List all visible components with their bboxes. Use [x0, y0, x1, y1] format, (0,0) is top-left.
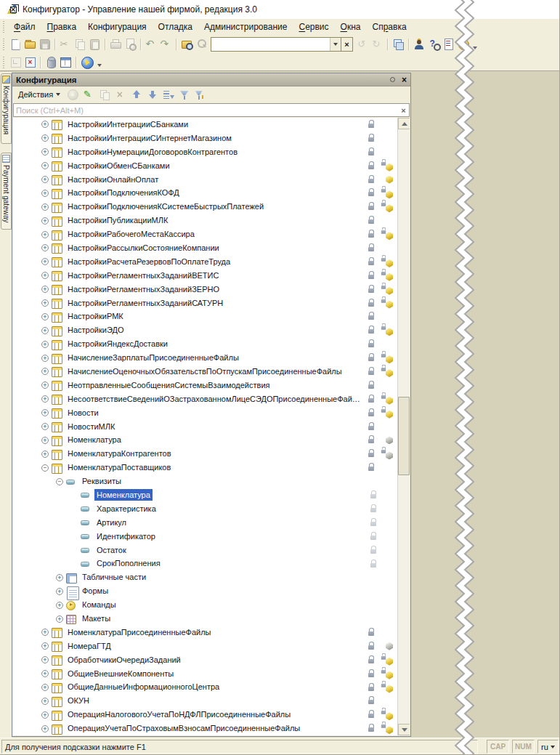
tree-item[interactable]: НастройкиРассылкиСостояниеКомпании	[13, 241, 397, 255]
menu-item[interactable]: Правка	[41, 20, 83, 33]
tree-item[interactable]: НастройкиПубликацииМЛК	[13, 214, 397, 227]
update-db-config-icon[interactable]	[45, 55, 57, 70]
expand-toggle-icon[interactable]	[41, 134, 49, 142]
tree-item[interactable]: НоменклатураПоставщиков	[13, 461, 397, 475]
expand-toggle-icon[interactable]	[41, 203, 49, 211]
expand-toggle-icon[interactable]	[41, 230, 49, 239]
close-config-icon[interactable]	[24, 55, 36, 70]
tree-item[interactable]: НастройкиЯндексДоставки	[13, 337, 397, 351]
expand-toggle-icon[interactable]	[41, 711, 49, 719]
expand-toggle-icon[interactable]	[41, 120, 49, 129]
expand-toggle-icon[interactable]	[41, 683, 49, 692]
expand-toggle-icon[interactable]	[55, 587, 64, 596]
edit-icon[interactable]	[82, 88, 96, 102]
expand-toggle-icon[interactable]	[41, 408, 49, 417]
panel-close-icon[interactable]	[402, 76, 407, 84]
menu-item[interactable]: Справка	[366, 20, 412, 33]
tree-item[interactable]: НастройкиИнтеграцииСБанками	[13, 118, 397, 132]
tree-item[interactable]: НастройкиРМК	[13, 310, 397, 323]
expand-toggle-icon[interactable]	[41, 271, 49, 280]
menu-item[interactable]: Окна	[335, 20, 367, 33]
tree-item[interactable]: НастройкиОнлайнОплат	[13, 173, 397, 187]
clone-icon[interactable]	[98, 88, 112, 102]
tree-item[interactable]: СрокПополнения	[13, 557, 397, 571]
close-button[interactable]	[0, 0, 26, 19]
tree-item[interactable]: Новости	[13, 406, 397, 420]
expand-toggle-icon[interactable]	[41, 243, 49, 252]
tree-item[interactable]: НастройкиОбменСБанками	[13, 159, 397, 173]
expand-toggle-icon[interactable]	[41, 395, 49, 403]
expand-toggle-icon[interactable]	[41, 148, 49, 156]
expand-toggle-icon[interactable]	[41, 257, 49, 266]
menu-item[interactable]: Администрирование	[198, 20, 293, 33]
expand-toggle-icon[interactable]	[41, 326, 49, 335]
tree-item[interactable]: НастройкиРегламентныхЗаданийЗЕРНО	[13, 283, 397, 296]
expand-toggle-icon[interactable]	[41, 642, 49, 650]
copy-icon[interactable]	[74, 37, 86, 52]
config-table-icon[interactable]	[60, 55, 72, 70]
menu-item[interactable]: Отладка	[153, 20, 198, 33]
syntax-helper-icon[interactable]	[413, 37, 426, 52]
open-folder-icon[interactable]	[24, 37, 36, 52]
menu-item[interactable]: Сервис	[293, 20, 334, 33]
expand-toggle-icon[interactable]	[41, 312, 49, 321]
cut-icon[interactable]	[60, 37, 72, 52]
expand-toggle-icon[interactable]	[41, 436, 49, 445]
tree-item[interactable]: НастройкиПодключенияКСистемеБыстрыхПлате…	[13, 200, 397, 214]
expand-toggle-icon[interactable]	[41, 464, 49, 472]
add-icon[interactable]	[66, 88, 80, 102]
actions-menu-button[interactable]: Действия	[15, 89, 65, 100]
redo-icon[interactable]	[160, 37, 172, 52]
search-clear-icon[interactable]	[398, 106, 409, 115]
tree-item[interactable]: НовостиМЛК	[13, 420, 397, 434]
expand-toggle-icon[interactable]	[41, 655, 49, 664]
tree-item[interactable]: НачислениеОценочныхОбязательствПоОтпуска…	[13, 365, 397, 379]
combobox-clear-icon[interactable]	[341, 38, 352, 51]
expand-toggle-icon[interactable]	[41, 697, 49, 706]
tree-item[interactable]: Команды	[13, 598, 397, 612]
tree-item[interactable]: ОбщиеДанныеИнформационногоЦентра	[13, 681, 397, 695]
expand-toggle-icon[interactable]	[41, 285, 49, 294]
find-icon[interactable]	[181, 37, 193, 52]
config-structure-icon[interactable]	[9, 55, 22, 70]
expand-toggle-icon[interactable]	[41, 422, 49, 431]
info-icon[interactable]	[457, 37, 469, 52]
menu-item[interactable]: Конфигурация	[82, 20, 153, 33]
copy-window-icon[interactable]	[392, 37, 405, 52]
paste-icon[interactable]	[89, 37, 101, 52]
tree-item[interactable]: Артикул	[13, 516, 397, 530]
chevron-down-icon[interactable]	[330, 38, 341, 51]
toolbar-grip[interactable]	[1, 39, 6, 50]
scroll-down-icon[interactable]	[398, 724, 410, 735]
tree-item[interactable]: НастройкиНумерацииДоговоровКонтрагентов	[13, 145, 397, 159]
tree-item[interactable]: НастройкиРабочегоМестаКассира	[13, 227, 397, 241]
side-tab[interactable]: Payment gateway	[1, 153, 12, 230]
expand-toggle-icon[interactable]	[55, 615, 64, 623]
expand-toggle-icon[interactable]	[55, 573, 64, 582]
tree-item[interactable]: ОбработчикиОчередиЗаданий	[13, 653, 397, 667]
tree-item[interactable]: НачислениеЗарплатыПрисоединенныеФайлы	[13, 351, 397, 365]
scrollbar-thumb[interactable]	[398, 397, 410, 475]
toolbar-overflow-icon[interactable]	[471, 37, 479, 52]
filter-icon[interactable]	[178, 88, 192, 102]
scroll-up-icon[interactable]	[398, 118, 410, 129]
help-search-icon[interactable]	[428, 37, 440, 52]
tree-item[interactable]: Реквизиты	[13, 475, 397, 488]
move-up-icon[interactable]	[130, 88, 144, 102]
undo-icon[interactable]	[145, 37, 158, 52]
tree-item[interactable]: Остаток	[13, 544, 397, 557]
print-icon[interactable]	[110, 37, 122, 52]
tree-item[interactable]: НомераГТД	[13, 639, 397, 653]
tree-item[interactable]: НесоответствиеСведенийОЗастрахованномЛиц…	[13, 392, 397, 406]
tree-item[interactable]: НеотправленныеСообщенияСистемыВзаимодейс…	[13, 379, 397, 392]
expand-toggle-icon[interactable]	[41, 381, 49, 389]
vertical-scrollbar[interactable]	[397, 118, 410, 735]
expand-toggle-icon[interactable]	[41, 367, 49, 376]
move-down-icon[interactable]	[146, 88, 160, 102]
tree-search-input[interactable]	[14, 106, 398, 115]
sort-icon[interactable]	[162, 88, 176, 102]
nav-forward-icon[interactable]	[371, 37, 384, 52]
panel-header[interactable]: Конфигурация	[12, 73, 410, 86]
tree-item[interactable]: Табличные части	[13, 570, 397, 584]
delete-icon[interactable]	[114, 88, 128, 102]
